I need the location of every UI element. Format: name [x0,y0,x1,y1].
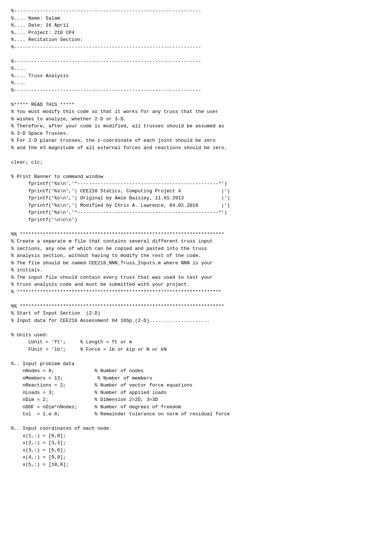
code-content: %---------------------------------------… [11,7,381,468]
code-container: %---------------------------------------… [11,7,381,468]
